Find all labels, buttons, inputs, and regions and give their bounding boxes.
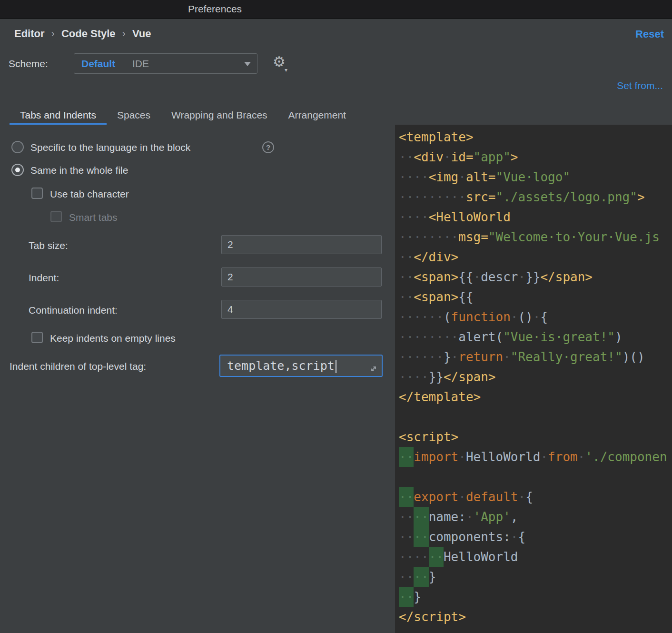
tab-size-label: Tab size:: [29, 239, 68, 252]
chevron-down-icon: [244, 62, 251, 66]
code-line: <script>: [399, 427, 672, 447]
code-line: ··import·HelloWorld·from·'./componen: [399, 447, 672, 467]
code-line: ··</div>: [399, 247, 672, 267]
smart-tabs-checkbox[interactable]: [50, 211, 62, 222]
code-line: ··}: [399, 587, 672, 607]
code-line: [399, 467, 672, 487]
code-line: ··<div·id="app">: [399, 147, 672, 167]
code-line: ··export·default·{: [399, 487, 672, 507]
breadcrumb-item-editor[interactable]: Editor: [14, 28, 45, 40]
code-line: ····}}</span>: [399, 367, 672, 387]
code-line: ····}: [399, 567, 672, 587]
scheme-value: Default: [81, 54, 115, 73]
smart-tabs-label: Smart tabs: [69, 211, 118, 224]
code-line: ······}·return·"Really·great!")(): [399, 347, 672, 367]
code-line: <template>: [399, 127, 672, 147]
indent-children-value: template,script: [227, 359, 335, 373]
reset-link[interactable]: Reset: [635, 28, 664, 40]
tab-bar: Tabs and IndentsSpacesWrapping and Brace…: [10, 106, 356, 125]
help-icon[interactable]: ?: [262, 141, 274, 153]
gear-icon[interactable]: ⚙: [273, 54, 286, 70]
tab-size-input[interactable]: [221, 235, 382, 254]
code-line: ··<span>{{·descr·}}</span>: [399, 267, 672, 287]
indent-label: Indent:: [29, 272, 59, 284]
radio-specific-language-label: Specific to the language in the block: [30, 141, 190, 154]
tab-wrapping-and-braces[interactable]: Wrapping and Braces: [161, 106, 278, 125]
scheme-select[interactable]: Default IDE: [74, 53, 257, 74]
tab-spaces[interactable]: Spaces: [107, 106, 161, 125]
radio-same-whole-file[interactable]: [11, 164, 24, 176]
radio-same-whole-file-label: Same in the whole file: [30, 164, 128, 177]
breadcrumb-item-code-style[interactable]: Code Style: [61, 28, 116, 40]
use-tab-character-label: Use tab character: [50, 188, 129, 200]
code-line: </script>: [399, 607, 672, 627]
keep-indents-label: Keep indents on empty lines: [50, 332, 176, 345]
tab-tabs-and-indents[interactable]: Tabs and Indents: [10, 106, 107, 125]
breadcrumb-separator: ›: [122, 28, 126, 40]
scheme-value-suffix: IDE: [132, 54, 149, 73]
code-line: ····<HelloWorld: [399, 207, 672, 227]
code-line: ····components:·{: [399, 527, 672, 547]
code-line: ······HelloWorld: [399, 547, 672, 567]
text-cursor: [336, 360, 336, 373]
breadcrumb-separator: ›: [51, 28, 55, 40]
code-line: ·········src="./assets/logo.png">: [399, 187, 672, 207]
title-bar: Preferences: [0, 0, 672, 19]
code-line: ········msg="Welcome·to·Your·Vue.js: [399, 227, 672, 247]
code-preview: <template>··<div·id="app">····<img·alt="…: [395, 125, 672, 633]
code-line: ··<span>{{: [399, 287, 672, 307]
indent-children-label: Indent children of top-level tag:: [10, 360, 146, 373]
radio-specific-language[interactable]: [11, 141, 24, 153]
gear-caret-icon: ▾: [285, 67, 287, 73]
continuation-indent-input[interactable]: [221, 300, 382, 319]
use-tab-character-checkbox[interactable]: [31, 188, 43, 199]
set-from-link[interactable]: Set from...: [617, 80, 663, 91]
keep-indents-checkbox[interactable]: [31, 332, 43, 343]
continuation-indent-label: Continuation indent:: [29, 304, 118, 316]
breadcrumb-item-vue[interactable]: Vue: [132, 28, 151, 40]
indent-input[interactable]: [221, 267, 382, 287]
code-line: ····name:·'App',: [399, 507, 672, 527]
code-line: [399, 407, 672, 427]
code-line: ········alert("Vue·is·great!"): [399, 327, 672, 347]
expand-field-icon[interactable]: [369, 364, 378, 374]
tab-arrangement[interactable]: Arrangement: [278, 106, 356, 125]
breadcrumb: Editor›Code Style›Vue: [14, 28, 151, 40]
window-title: Preferences: [0, 0, 430, 18]
scheme-label: Scheme:: [9, 58, 48, 70]
code-line: </template>: [399, 387, 672, 407]
code-line: ······(function·()·{: [399, 307, 672, 327]
code-line: ····<img·alt="Vue·logo": [399, 167, 672, 187]
indent-children-input[interactable]: template,script: [219, 355, 383, 377]
